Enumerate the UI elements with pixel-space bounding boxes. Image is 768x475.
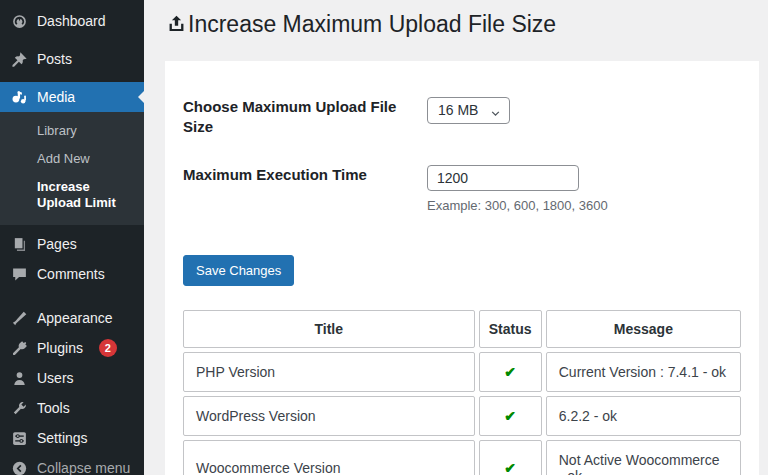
- settings-card: Choose Maximum Upload File Size 16 MB Ma…: [165, 61, 759, 475]
- sidebar-item-label: Plugins: [37, 339, 83, 357]
- plug-icon: [10, 339, 28, 357]
- sidebar-item-label: Library: [37, 123, 77, 138]
- sidebar-item-label: Add New: [37, 151, 90, 166]
- collapse-arrow-icon: [10, 459, 28, 475]
- exec-time-hint: Example: 300, 600, 1800, 3600: [427, 198, 608, 213]
- sidebar-item-label: Pages: [37, 235, 77, 253]
- row-title: Woocommerce Version: [183, 440, 475, 475]
- save-changes-button[interactable]: Save Changes: [183, 255, 294, 286]
- row-title: WordPress Version: [183, 396, 475, 436]
- sidebar-item-label: Collapse menu: [37, 459, 130, 475]
- sidebar-item-label: Increase Upload Limit: [37, 179, 116, 210]
- exec-time-row: Maximum Execution Time Example: 300, 600…: [183, 165, 741, 213]
- exec-time-field-group: Example: 300, 600, 1800, 3600: [427, 165, 608, 213]
- row-message: 6.2.2 - ok: [546, 396, 741, 436]
- pages-icon: [10, 235, 28, 253]
- page-title: Increase Maximum Upload File Size: [166, 10, 759, 40]
- sidebar-item-settings[interactable]: Settings: [0, 423, 144, 453]
- sidebar-item-add-new[interactable]: Add New: [0, 145, 144, 173]
- sidebar-item-appearance[interactable]: Appearance: [0, 303, 144, 333]
- collapse-menu-button[interactable]: Collapse menu: [0, 453, 144, 475]
- sidebar-item-tools[interactable]: Tools: [0, 393, 144, 423]
- row-message: Current Version : 7.4.1 - ok: [546, 352, 741, 392]
- user-icon: [10, 369, 28, 387]
- row-title: PHP Version: [183, 352, 475, 392]
- sidebar-item-label: Users: [37, 369, 74, 387]
- sidebar-item-label: Comments: [37, 265, 105, 283]
- row-message: Not Active Woocommerce - ok: [546, 440, 741, 475]
- sidebar-item-increase-upload-limit[interactable]: Increase Upload Limit: [0, 173, 144, 217]
- settings-sliders-icon: [10, 429, 28, 447]
- sidebar-item-label: Settings: [37, 429, 88, 447]
- media-submenu: Library Add New Increase Upload Limit: [0, 112, 144, 225]
- dashboard-gauge-icon: [10, 12, 28, 30]
- media-icon: [10, 88, 28, 106]
- exec-time-input[interactable]: [427, 165, 579, 191]
- sidebar-item-label: Media: [37, 88, 75, 106]
- wrench-icon: [10, 399, 28, 417]
- status-check-icon: ✔: [479, 352, 542, 392]
- sidebar-item-library[interactable]: Library: [0, 117, 144, 145]
- upload-icon: [166, 14, 187, 35]
- upload-size-select[interactable]: 16 MB: [427, 97, 510, 124]
- sidebar-item-label: Appearance: [37, 309, 113, 327]
- pushpin-icon: [10, 50, 28, 68]
- status-check-icon: ✔: [479, 440, 542, 475]
- column-header-title: Title: [183, 310, 475, 348]
- table-row: Woocommerce Version ✔ Not Active Woocomm…: [183, 440, 741, 475]
- plugins-update-badge: 2: [99, 339, 117, 357]
- sidebar-item-pages[interactable]: Pages: [0, 229, 144, 259]
- upload-size-select-wrap: 16 MB: [427, 97, 510, 124]
- sidebar-item-dashboard[interactable]: Dashboard: [0, 6, 144, 36]
- upload-size-label: Choose Maximum Upload File Size: [183, 97, 397, 138]
- table-row: PHP Version ✔ Current Version : 7.4.1 - …: [183, 352, 741, 392]
- sidebar-item-label: Posts: [37, 50, 72, 68]
- main-content: Increase Maximum Upload File Size Choose…: [144, 0, 768, 475]
- sidebar-item-users[interactable]: Users: [0, 363, 144, 393]
- sidebar-item-comments[interactable]: Comments: [0, 259, 144, 289]
- admin-sidebar: Dashboard Posts Media Library Add New In…: [0, 0, 144, 475]
- upload-size-row: Choose Maximum Upload File Size 16 MB: [183, 97, 741, 138]
- column-header-message: Message: [546, 310, 741, 348]
- status-check-icon: ✔: [479, 396, 542, 436]
- page-title-text: Increase Maximum Upload File Size: [188, 10, 556, 40]
- exec-time-label: Maximum Execution Time: [183, 165, 397, 185]
- comment-icon: [10, 265, 28, 283]
- status-table: Title Status Message PHP Version ✔ Curre…: [179, 306, 745, 475]
- sidebar-item-label: Dashboard: [37, 12, 106, 30]
- table-header-row: Title Status Message: [183, 310, 741, 348]
- sidebar-item-media[interactable]: Media: [0, 82, 144, 112]
- sidebar-item-plugins[interactable]: Plugins 2: [0, 333, 144, 363]
- sidebar-item-posts[interactable]: Posts: [0, 44, 144, 74]
- table-row: WordPress Version ✔ 6.2.2 - ok: [183, 396, 741, 436]
- column-header-status: Status: [479, 310, 542, 348]
- sidebar-item-label: Tools: [37, 399, 70, 417]
- paintbrush-icon: [10, 309, 28, 327]
